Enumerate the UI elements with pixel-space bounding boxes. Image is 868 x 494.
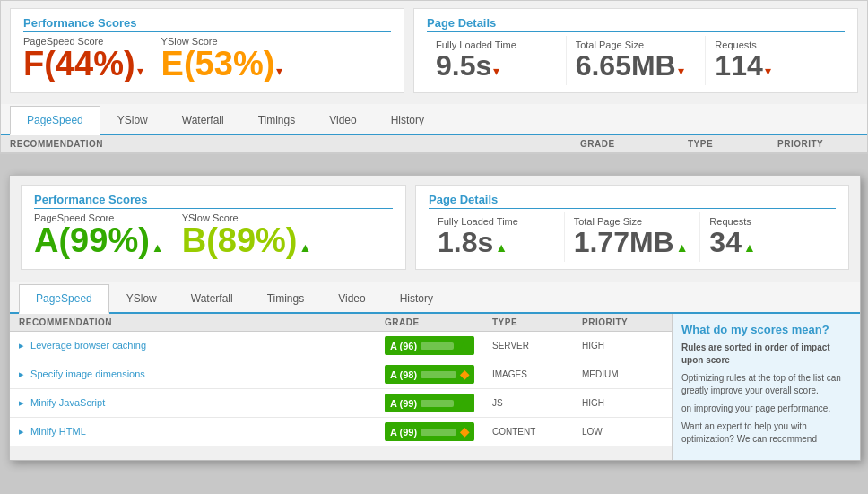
rec-arrow-icon: ▸ bbox=[19, 426, 24, 437]
rec-name[interactable]: ▸ Minify JavaScript bbox=[19, 397, 385, 409]
bg-size-val: 6.65MB bbox=[576, 50, 676, 82]
table-row: ▸ Specify image dimensions A (98) ◆ IMAG… bbox=[10, 360, 672, 389]
rec-name[interactable]: ▸ Specify image dimensions bbox=[19, 368, 385, 380]
what-p1: Rules are sorted in order of impact upon… bbox=[681, 342, 851, 367]
fg-tab-waterfall[interactable]: Waterfall bbox=[174, 284, 250, 314]
bg-pagespeed-grade: F(44%) bbox=[23, 47, 135, 81]
fg-pagespeed-arrow: ▲ bbox=[152, 240, 164, 255]
fg-tab-video[interactable]: Video bbox=[321, 284, 382, 314]
bg-requests-item: Requests 114 ▾ bbox=[706, 36, 845, 85]
rec-arrow-icon: ▸ bbox=[19, 368, 24, 379]
rec-type: SERVER bbox=[492, 341, 582, 351]
rec-type: CONTENT bbox=[492, 427, 582, 437]
rec-arrow-icon: ▸ bbox=[19, 340, 24, 351]
fg-col-type: TYPE bbox=[492, 317, 582, 327]
rec-type: IMAGES bbox=[492, 369, 582, 379]
fg-col-grade: GRADE bbox=[385, 317, 492, 327]
bg-col-type: TYPE bbox=[688, 139, 777, 149]
bg-loaded-val: 9.5s bbox=[436, 50, 491, 82]
bg-loaded-arrow: ▾ bbox=[493, 64, 499, 78]
fg-size-arrow: ▲ bbox=[676, 240, 689, 255]
table-row: ▸ Minify HTML A (99) ◆ CONTENT LOW bbox=[10, 418, 672, 446]
fg-yslow-arrow: ▲ bbox=[299, 240, 312, 255]
bg-page-details-box: Page Details Fully Loaded Time 9.5s ▾ To… bbox=[413, 8, 858, 93]
rec-arrow-icon: ▸ bbox=[19, 397, 24, 408]
bg-yslow-item: YSlow Score E(53%) ▾ bbox=[161, 36, 283, 81]
fg-requests-arrow: ▲ bbox=[743, 240, 756, 255]
fg-tab-yslow[interactable]: YSlow bbox=[109, 284, 174, 314]
fg-bottom: RECOMMENDATION GRADE TYPE PRIORITY ▸ Lev… bbox=[10, 314, 860, 460]
rec-name[interactable]: ▸ Minify HTML bbox=[19, 426, 385, 438]
bg-tab-yslow[interactable]: YSlow bbox=[100, 106, 165, 135]
fg-tab-timings[interactable]: Timings bbox=[250, 284, 322, 314]
bg-yslow-arrow: ▾ bbox=[276, 64, 282, 78]
fg-perf-scores-box: Performance Scores PageSpeed Score A(99%… bbox=[21, 185, 406, 270]
fg-size-val: 1.77MB bbox=[574, 227, 674, 258]
fg-tab-pagespeed[interactable]: PageSpeed bbox=[19, 284, 109, 314]
bg-requests-arrow: ▾ bbox=[765, 64, 771, 78]
what-box: What do my scores mean? Rules are sorted… bbox=[672, 314, 860, 460]
fg-pagespeed-grade: A(99%) bbox=[34, 223, 150, 257]
fg-loaded-arrow: ▲ bbox=[495, 240, 508, 255]
bg-tab-pagespeed[interactable]: PageSpeed bbox=[10, 106, 100, 135]
bg-col-priority: PRIORITY bbox=[777, 139, 858, 149]
table-row: ▸ Minify JavaScript A (99) ▲ JS HIGH bbox=[10, 389, 672, 418]
rec-type: JS bbox=[492, 398, 582, 408]
what-title: What do my scores mean? bbox=[681, 323, 851, 336]
fg-perf-title: Performance Scores bbox=[34, 193, 393, 209]
fg-loaded-item: Fully Loaded Time 1.8s ▲ bbox=[429, 212, 565, 262]
bg-tab-waterfall[interactable]: Waterfall bbox=[165, 106, 241, 135]
fg-tab-history[interactable]: History bbox=[383, 284, 450, 314]
what-p2: Optimizing rules at the top of the list … bbox=[681, 372, 851, 397]
rec-grade: A (98) ◆ bbox=[385, 365, 492, 384]
background-card: Performance Scores PageSpeed Score F(44%… bbox=[0, 0, 868, 154]
table-row: ▸ Leverage browser caching A (96) ▲ SERV… bbox=[10, 332, 672, 360]
fg-details-title: Page Details bbox=[429, 193, 836, 209]
what-p3: on improving your page performance. bbox=[681, 403, 851, 415]
bg-perf-title: Performance Scores bbox=[23, 16, 391, 32]
bg-pagespeed-arrow: ▾ bbox=[137, 64, 143, 78]
fg-tabs-bar: PageSpeed YSlow Waterfall Timings Video … bbox=[10, 282, 860, 314]
fg-col-priority: PRIORITY bbox=[582, 317, 663, 327]
bg-tab-history[interactable]: History bbox=[374, 106, 441, 135]
fg-rec-header: RECOMMENDATION GRADE TYPE PRIORITY bbox=[10, 314, 672, 332]
rec-table: ▸ Leverage browser caching A (96) ▲ SERV… bbox=[10, 332, 672, 446]
fg-col-rec: RECOMMENDATION bbox=[19, 317, 385, 327]
bg-loaded-item: Fully Loaded Time 9.5s ▾ bbox=[427, 36, 567, 85]
fg-yslow-item: YSlow Score B(89%) ▲ bbox=[182, 212, 312, 257]
rec-priority: LOW bbox=[582, 427, 663, 437]
fg-main-content: RECOMMENDATION GRADE TYPE PRIORITY ▸ Lev… bbox=[10, 314, 672, 460]
bg-details-title: Page Details bbox=[427, 16, 845, 32]
bg-tab-video[interactable]: Video bbox=[312, 106, 373, 135]
what-p4: Want an expert to help you with optimiza… bbox=[681, 420, 851, 446]
rec-grade: A (99) ▲ bbox=[385, 394, 492, 412]
bg-yslow-grade: E(53%) bbox=[161, 47, 275, 81]
fg-loaded-val: 1.8s bbox=[438, 227, 493, 258]
fg-page-details-box: Page Details Fully Loaded Time 1.8s ▲ To… bbox=[415, 185, 849, 270]
bg-col-grade: GRADE bbox=[580, 139, 688, 149]
bg-perf-scores-box: Performance Scores PageSpeed Score F(44%… bbox=[10, 8, 404, 93]
fg-yslow-grade: B(89%) bbox=[182, 223, 298, 257]
bg-col-rec: RECOMMENDATION bbox=[10, 139, 580, 149]
bg-size-arrow: ▾ bbox=[678, 64, 684, 78]
rec-priority: MEDIUM bbox=[582, 369, 663, 379]
bg-requests-val: 114 bbox=[715, 50, 762, 82]
rec-grade: A (99) ◆ bbox=[385, 422, 492, 441]
bg-rec-header: RECOMMENDATION GRADE TYPE PRIORITY bbox=[1, 135, 867, 153]
rec-priority: HIGH bbox=[582, 398, 663, 408]
fg-pagespeed-item: PageSpeed Score A(99%) ▲ bbox=[34, 212, 164, 257]
fg-size-item: Total Page Size 1.77MB ▲ bbox=[565, 212, 701, 262]
bg-size-item: Total Page Size 6.65MB ▾ bbox=[567, 36, 707, 85]
fg-requests-item: Requests 34 ▲ bbox=[700, 212, 836, 262]
bg-tabs-bar: PageSpeed YSlow Waterfall Timings Video … bbox=[1, 104, 867, 135]
bg-tab-timings[interactable]: Timings bbox=[241, 106, 313, 135]
rec-grade: A (96) ▲ bbox=[385, 336, 492, 355]
rec-name[interactable]: ▸ Leverage browser caching bbox=[19, 340, 385, 351]
fg-requests-val: 34 bbox=[709, 227, 742, 258]
foreground-card: Performance Scores PageSpeed Score A(99%… bbox=[9, 175, 861, 461]
bg-pagespeed-item: PageSpeed Score F(44%) ▾ bbox=[23, 36, 143, 81]
rec-priority: HIGH bbox=[582, 341, 663, 351]
